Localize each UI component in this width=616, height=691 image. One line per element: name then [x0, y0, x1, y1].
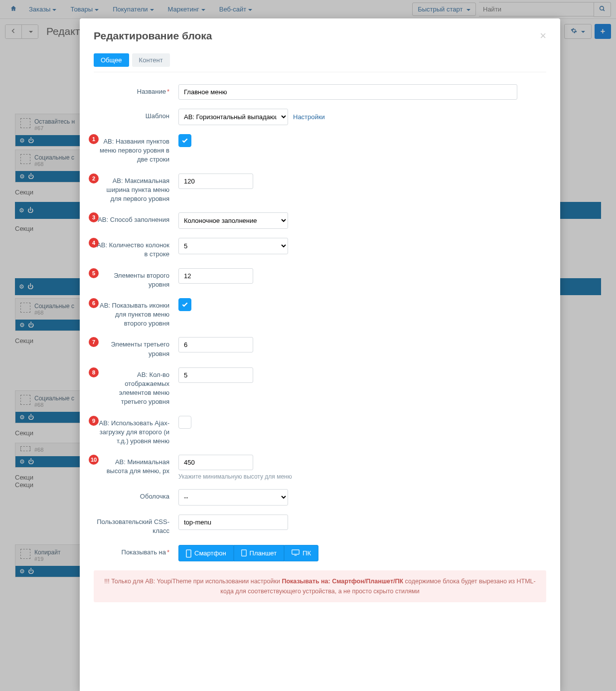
- warning-message: !!! Только для AB: YoupiTheme при исполь…: [94, 570, 546, 602]
- annotation-2: 2: [89, 173, 99, 183]
- annotation-8: 8: [89, 367, 99, 377]
- level2-label: Элементы второго уровня: [94, 268, 178, 289]
- svg-rect-3: [241, 550, 246, 556]
- wrapper-label: Оболочка: [94, 489, 178, 501]
- device-pc[interactable]: ПК: [284, 545, 318, 561]
- name-label: Название: [137, 88, 166, 95]
- max-width-input[interactable]: [178, 173, 253, 189]
- icons2-label: AB: Показывать иконки для пунктов меню в…: [94, 298, 178, 329]
- minheight-label: AB: Минимальная высота для меню, px: [94, 455, 178, 476]
- annotation-10: 10: [89, 455, 99, 465]
- level3-label: Элементы третьего уровня: [94, 337, 178, 358]
- annotation-6: 6: [89, 298, 99, 308]
- modal-tabs: Общее Контент: [94, 53, 546, 72]
- ajax-checkbox[interactable]: [178, 416, 191, 429]
- two-lines-checkbox[interactable]: [178, 134, 191, 147]
- modal-title: Редактирование блока: [94, 30, 212, 42]
- fill-method-label: AB: Способ заполнения: [94, 212, 178, 224]
- device-button-group: Смартфон Планшет ПК: [178, 545, 546, 561]
- annotation-4: 4: [89, 238, 99, 248]
- columns-select[interactable]: 5: [178, 238, 288, 254]
- columns-label: AB: Количество колонок в строке: [94, 238, 178, 259]
- css-class-label: Пользовательский CSS-класс: [94, 515, 178, 535]
- tab-general[interactable]: Общее: [94, 53, 129, 67]
- template-label: Шаблон: [94, 109, 178, 121]
- tab-content[interactable]: Контент: [132, 53, 170, 67]
- level3-input[interactable]: [178, 337, 253, 352]
- annotation-3: 3: [89, 212, 99, 222]
- ajax-label: AB: Использовать Ajax-загрузку для второ…: [94, 416, 178, 446]
- edit-block-modal: Редактирование блока × Общее Контент Наз…: [80, 18, 560, 691]
- annotation-5: 5: [89, 268, 99, 278]
- max-width-label: AB: Максимальная ширина пункта меню для …: [94, 173, 178, 204]
- wrapper-select[interactable]: --: [178, 489, 288, 506]
- show-on-label: Показывать на: [122, 548, 166, 556]
- name-input[interactable]: [178, 84, 517, 100]
- fill-method-select[interactable]: Колоночное заполнение: [178, 212, 288, 229]
- minheight-help: Укажите минимальную высоту для меню: [178, 473, 546, 480]
- device-phone[interactable]: Смартфон: [178, 545, 234, 561]
- icons2-checkbox[interactable]: [178, 298, 191, 311]
- annotation-9: 9: [89, 416, 99, 426]
- css-class-input[interactable]: [178, 515, 288, 530]
- two-lines-label: AB: Названия пунктов меню первого уровня…: [94, 134, 178, 165]
- phone-icon: [186, 549, 191, 556]
- annotation-1: 1: [89, 134, 99, 144]
- template-settings-link[interactable]: Настройки: [293, 113, 325, 121]
- minheight-input[interactable]: [178, 455, 253, 470]
- desktop-icon: [292, 549, 300, 556]
- close-icon[interactable]: ×: [540, 29, 546, 42]
- svg-rect-4: [292, 550, 299, 554]
- count3-input[interactable]: [178, 367, 253, 383]
- template-select[interactable]: AB: Горизонтальный выпадающий: [178, 109, 288, 125]
- tablet-icon: [241, 549, 247, 556]
- level2-input[interactable]: [178, 268, 253, 284]
- svg-rect-2: [186, 550, 191, 557]
- count3-label: AB: Кол-во отображаемых элементов меню т…: [94, 367, 178, 407]
- device-tablet[interactable]: Планшет: [234, 545, 285, 561]
